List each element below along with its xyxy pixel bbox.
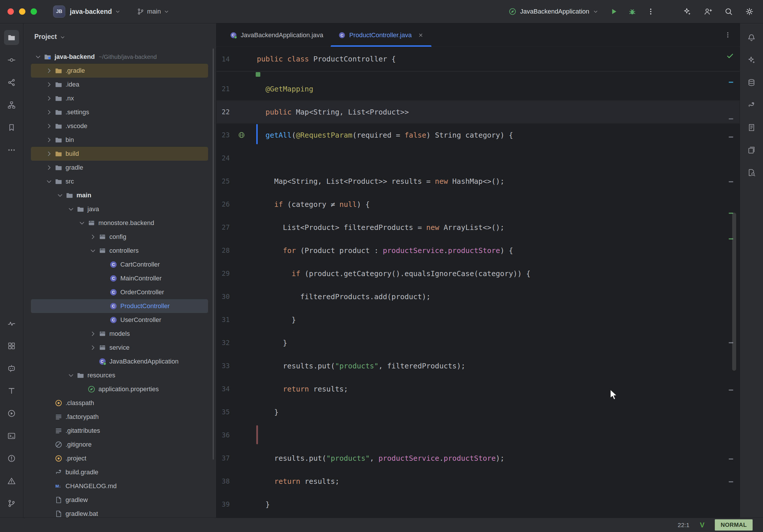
code-line-35[interactable]: 35 } bbox=[216, 400, 740, 424]
terminal-tool-button[interactable] bbox=[4, 428, 19, 443]
bookmarks-tool-button[interactable] bbox=[4, 120, 19, 135]
code-line-27[interactable]: 27 List<Product> filteredProducts = new … bbox=[216, 216, 740, 239]
ai-assistant-icon[interactable] bbox=[683, 7, 692, 16]
line-number[interactable]: 25 bbox=[216, 177, 257, 185]
code-area[interactable]: 21 @GetMapping22 public Map<String, List… bbox=[216, 71, 740, 516]
todo-tool-button[interactable] bbox=[4, 383, 19, 398]
stripe-mark[interactable] bbox=[729, 389, 733, 391]
chevron-right-icon[interactable] bbox=[45, 136, 53, 144]
line-number[interactable]: 14 bbox=[216, 55, 257, 63]
code-line-32[interactable]: 32 } bbox=[216, 331, 740, 354]
branch-switcher[interactable]: main bbox=[137, 8, 170, 15]
gradle-tool-button[interactable] bbox=[744, 97, 759, 113]
chevron-right-icon[interactable] bbox=[89, 233, 97, 241]
stripe-mark[interactable] bbox=[729, 118, 733, 119]
code-line-37[interactable]: 37 results.put("products", productServic… bbox=[216, 447, 740, 470]
code-line-22[interactable]: 22 public Map<String, List<Product>> bbox=[216, 100, 740, 124]
code-line-31[interactable]: 31 } bbox=[216, 308, 740, 331]
code-line-39[interactable]: 39 } bbox=[216, 493, 740, 516]
tree-item-cartcontroller[interactable]: CCartController bbox=[31, 258, 208, 271]
globe-icon[interactable] bbox=[238, 131, 245, 139]
code-line-30[interactable]: 30 filteredProducts.add(product); bbox=[216, 285, 740, 308]
ideavim-icon[interactable]: V bbox=[700, 521, 705, 529]
chevron-down-icon[interactable] bbox=[89, 247, 97, 255]
stripe-mark[interactable] bbox=[729, 82, 733, 83]
tree-item-config[interactable]: config bbox=[31, 230, 208, 244]
line-number[interactable]: 39 bbox=[216, 500, 257, 508]
problems-tool-button[interactable] bbox=[4, 451, 19, 466]
add-user-icon[interactable] bbox=[704, 7, 712, 16]
minimize-window-button[interactable] bbox=[19, 8, 25, 15]
tree-item-monostore-backend[interactable]: monostore.backend bbox=[31, 216, 208, 230]
chevron-right-icon[interactable] bbox=[89, 330, 97, 338]
vim-mode-badge[interactable]: NORMAL bbox=[715, 519, 753, 531]
code-line-29[interactable]: 29 if (product.getCategory().equalsIgnor… bbox=[216, 262, 740, 285]
chevron-down-icon[interactable] bbox=[34, 53, 42, 60]
tree-item-gradlew-bat[interactable]: gradlew.bat bbox=[31, 507, 208, 518]
tree-item-javabackendapplication[interactable]: CJavaBackendApplication bbox=[31, 355, 208, 369]
dependencies-tool-button[interactable] bbox=[4, 338, 19, 354]
tree-item-gitattributes[interactable]: .gitattributes bbox=[31, 424, 208, 438]
caret-position[interactable]: 22:1 bbox=[678, 522, 690, 529]
tree-item-nx[interactable]: .nx bbox=[31, 91, 208, 105]
line-number[interactable]: 30 bbox=[216, 293, 257, 300]
line-number[interactable]: 33 bbox=[216, 362, 257, 370]
structure-tool-button[interactable] bbox=[4, 97, 19, 113]
line-number[interactable]: 34 bbox=[216, 385, 257, 393]
code-line-33[interactable]: 33 results.put("products", filteredProdu… bbox=[216, 354, 740, 377]
stripe-mark[interactable] bbox=[729, 481, 733, 482]
run-configuration-selector[interactable]: JavaBackendApplication bbox=[508, 8, 599, 16]
project-scrollbar[interactable] bbox=[213, 49, 214, 460]
search-icon[interactable] bbox=[724, 7, 733, 16]
close-window-button[interactable] bbox=[8, 8, 14, 15]
tree-item-idea[interactable]: .idea bbox=[31, 78, 208, 91]
settings-gear-icon[interactable] bbox=[745, 7, 754, 16]
project-tool-button[interactable] bbox=[4, 30, 19, 45]
tree-item-ordercontroller[interactable]: COrderController bbox=[31, 285, 208, 299]
close-tab-icon[interactable] bbox=[418, 32, 424, 38]
line-number[interactable]: 26 bbox=[216, 200, 257, 208]
tree-item-gradle[interactable]: gradle bbox=[31, 161, 208, 174]
tree-item-java-backend[interactable]: java-backend~/Github/java-backend bbox=[31, 50, 208, 64]
tree-item-vscode[interactable]: .vscode bbox=[31, 119, 208, 133]
code-line-28[interactable]: 28 for (Product product : productService… bbox=[216, 239, 740, 262]
notifications-bell-button[interactable] bbox=[744, 30, 759, 45]
code-line-38[interactable]: 38 return results; bbox=[216, 470, 740, 493]
tree-item-factorypath[interactable]: .factorypath bbox=[31, 410, 208, 424]
line-number[interactable]: 21 bbox=[216, 85, 257, 93]
chevron-right-icon[interactable] bbox=[45, 67, 53, 74]
chevron-down-icon[interactable] bbox=[67, 372, 75, 379]
code-line-25[interactable]: 25 Map<String, List<Product>> results = … bbox=[216, 170, 740, 193]
line-number[interactable]: 28 bbox=[216, 247, 257, 254]
code-line-14[interactable]: 14public class ProductController { bbox=[216, 48, 740, 71]
inspections-ok-check-icon[interactable] bbox=[726, 52, 734, 60]
tree-item-java[interactable]: java bbox=[31, 202, 208, 216]
tree-item-main[interactable]: main bbox=[31, 188, 208, 202]
tab-javabackendapplication-java[interactable]: CJavaBackendApplication.java bbox=[222, 23, 331, 47]
more-tools-button[interactable] bbox=[4, 143, 19, 158]
chevron-right-icon[interactable] bbox=[45, 108, 53, 116]
chevron-right-icon[interactable] bbox=[45, 95, 53, 102]
code-line-34[interactable]: 34 return results; bbox=[216, 377, 740, 400]
stripe-mark[interactable] bbox=[729, 181, 733, 182]
chevron-down-icon[interactable] bbox=[67, 205, 75, 213]
layers-tool-button[interactable] bbox=[744, 143, 759, 158]
more-actions-icon[interactable] bbox=[646, 7, 655, 16]
tree-item-controllers[interactable]: controllers bbox=[31, 244, 208, 258]
tree-item-gradlew[interactable]: gradlew bbox=[31, 493, 208, 507]
line-number[interactable]: 38 bbox=[216, 478, 257, 485]
chevron-right-icon[interactable] bbox=[45, 81, 53, 88]
tree-item-project[interactable]: .project bbox=[31, 452, 208, 465]
tree-item-gitignore[interactable]: .gitignore bbox=[31, 438, 208, 452]
services-tool-button[interactable] bbox=[4, 406, 19, 421]
zoom-window-button[interactable] bbox=[31, 8, 37, 15]
tree-item-src[interactable]: src bbox=[31, 174, 208, 188]
editor-body[interactable]: 14public class ProductController { 21 @G… bbox=[216, 47, 740, 518]
chevron-right-icon[interactable] bbox=[89, 344, 97, 351]
chevron-right-icon[interactable] bbox=[45, 122, 53, 130]
tree-item-maincontroller[interactable]: CMainController bbox=[31, 271, 208, 285]
code-line-21[interactable]: 21 @GetMapping bbox=[216, 77, 740, 100]
code-line-24[interactable]: 24 bbox=[216, 147, 740, 170]
tree-item-usercontroller[interactable]: CUserController bbox=[31, 313, 208, 327]
warnings-tool-button[interactable] bbox=[4, 474, 19, 488]
